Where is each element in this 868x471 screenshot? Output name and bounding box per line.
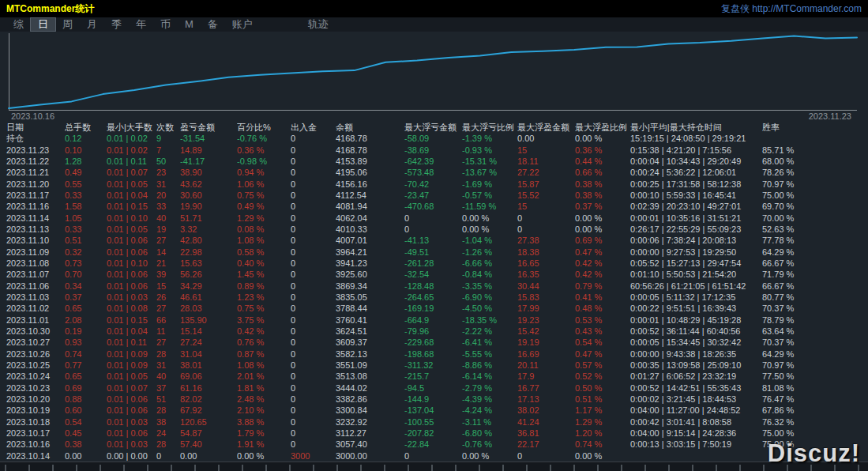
table-row[interactable]: 2023.11.100.510.01 | 0.062742.801.08 %04… [0,235,868,246]
table-row[interactable]: 2023.11.080.730.01 | 0.102115.630.40 %03… [0,258,868,269]
table-row[interactable]: 2023.10.190.600.01 | 0.062867.922.10 %03… [0,405,868,416]
cell-lot-range: 0.01 | 0.06 [107,428,156,438]
cell-date: 2023.11.16 [6,202,65,211]
cell-pct: 0.36 % [237,145,291,155]
table-row[interactable]: 2023.11.161.580.01 | 0.153319.900.49 %04… [0,201,868,212]
cell-hold-times: 0:00:22 | 9:51:51 | 16:39:43 [630,303,758,313]
table-row[interactable]: 2023.11.200.550.01 | 0.053143.621.06 %04… [0,179,868,190]
table-row[interactable]: 2023.11.141.050.01 | 0.104051.711.29 %04… [0,213,868,224]
col-header-4[interactable]: 次数 [156,122,180,134]
menu-item-8[interactable]: M [178,18,201,31]
cell-pnl: 19.90 [180,202,237,211]
cell-lot-range: 0.01 | 0.06 [107,236,156,245]
table-row[interactable]: 2023.11.221.280.01 | 0.1150-41.17-0.98 %… [0,156,868,167]
cell-balance: 4168.78 [336,134,404,143]
cell-max-float-profit: 0 [517,451,575,461]
equity-curve [0,32,868,111]
table-row[interactable]: 2023.10.250.770.01 | 0.093138.011.08 %03… [0,360,868,371]
cell-pnl: 54.87 [180,428,237,438]
cell-hold-times: 0:00:00 | 9:27:53 | 19:29:50 [630,247,758,257]
cell-balance: 4010.33 [336,224,404,234]
table-row[interactable]: 2023.11.012.080.01 | 0.1566135.903.75 %0… [0,315,868,326]
table-row[interactable]: 2023.11.060.340.01 | 0.061534.290.89 %03… [0,281,868,292]
cell-max-float-profit-pct: 0.00 % [575,224,630,234]
menu-item-4[interactable]: 月 [80,18,104,31]
cell-lot-range: 0.01 | 0.02 [107,145,156,155]
menu-item-6[interactable]: 年 [129,18,153,31]
table-row[interactable]: 2023.10.140.000.00 | 0.0000.000.00 %3000… [0,450,868,462]
col-header-6[interactable]: 百分比% [237,122,291,134]
col-header-5[interactable]: 盈亏金额 [180,122,237,134]
cell-max-float-loss-pct: -1.26 % [462,247,517,257]
menu-item-1[interactable]: 综 [6,18,31,31]
cell-date: 2023.11.06 [6,281,65,291]
table-row[interactable]: 2023.11.210.490.01 | 0.072338.900.94 %04… [0,167,868,178]
col-header-12[interactable]: 最大浮盈比例 [575,122,630,134]
cell-pct: 1.81 % [237,383,291,393]
cell-max-float-profit-pct: 0.50 % [575,383,630,393]
cell-hold-times: 0:00:13 | 3:03:15 | 7:50:19 [630,439,758,449]
cell-max-float-loss-pct: -18.35 % [462,315,517,325]
table-row[interactable]: 2023.11.170.330.01 | 0.042030.600.75 %04… [0,190,868,201]
title-bar: MTCommander统计 复盘侠 http://MTCommander.com [0,0,868,17]
table-row[interactable]: 2023.10.240.650.01 | 0.054069.062.01 %03… [0,371,868,382]
cell-max-float-loss: -198.68 [404,349,462,359]
col-header-14[interactable]: 胜率 [758,122,868,134]
table-row[interactable]: 2023.10.230.690.01 | 0.073761.161.81 %03… [0,382,868,394]
cell-lots: 0.10 [65,145,107,155]
cell-max-float-loss: -470.68 [404,202,462,211]
col-header-7[interactable]: 出入金 [291,122,336,134]
cell-max-float-loss-pct: -1.39 % [462,134,517,143]
table-row[interactable]: 2023.10.170.450.01 | 0.062454.871.79 %03… [0,428,868,439]
col-header-8[interactable]: 余额 [336,122,404,134]
col-header-1[interactable]: 日期 [6,122,65,134]
col-header-10[interactable]: 最大浮亏比例 [462,122,517,134]
cell-win-rate: 52.63 % [758,224,868,234]
menu-item-2[interactable]: 日 [31,18,55,31]
col-header-2[interactable]: 总手数 [65,122,107,134]
table-row[interactable]: 2023.11.130.330.01 | 0.05193.320.08 %040… [0,224,868,235]
cell-lots: 0.00 [65,451,107,461]
table-row[interactable]: 2023.11.090.320.01 | 0.061422.980.58 %03… [0,247,868,258]
table-row[interactable]: 2023.10.270.930.01 | 0.112727.240.76 %03… [0,337,868,348]
menu-item-trail[interactable]: 轨迹 [301,18,336,31]
menu-item-7[interactable]: 币 [153,18,178,31]
table-row[interactable]: 2023.11.230.100.01 | 0.02714.890.36 %041… [0,145,868,156]
table-row[interactable]: 2023.10.260.740.01 | 0.092831.040.87 %03… [0,349,868,360]
brand-link[interactable]: 复盘侠 http://MTCommander.com [721,2,862,16]
menu-item-3[interactable]: 周 [55,18,80,31]
table-body: 持仓0.120.01 | 0.029-31.54-0.76 %04168.78-… [0,133,868,471]
cell-balance: 3382.86 [336,394,404,404]
col-header-9[interactable]: 最大浮亏金额 [404,122,462,134]
bottom-ruler[interactable] [0,462,868,471]
cell-max-float-profit: 22.17 [517,439,575,449]
table-row[interactable]: 2023.11.020.650.01 | 0.082728.030.75 %03… [0,303,868,314]
table-row[interactable]: 2023.10.300.190.01 | 0.041115.140.42 %03… [0,326,868,337]
cell-balance: 3232.92 [336,417,404,427]
cell-count: 27 [156,303,180,313]
cell-balance: 3609.37 [336,337,404,347]
cell-balance: 3444.02 [336,383,404,393]
col-header-3[interactable]: 最小|大手数 [107,122,156,134]
col-header-11[interactable]: 最大浮盈金额 [517,122,575,134]
table-row[interactable]: 2023.10.160.380.01 | 0.032857.401.91 %03… [0,439,868,450]
menu-item-5[interactable]: 季 [104,18,129,31]
table-row[interactable]: 持仓0.120.01 | 0.029-31.54-0.76 %04168.78-… [0,133,868,144]
cell-lot-range: 0.01 | 0.04 [107,190,156,200]
cell-win-rate: 76.47 % [758,394,868,404]
table-row[interactable]: 2023.11.070.700.01 | 0.063956.261.45 %03… [0,269,868,280]
menu-item-9[interactable]: 备 [201,18,225,31]
cell-hold-times: 0:00:42 | 3:01:41 | 8:08:58 [630,417,758,427]
cell-lot-range: 0.01 | 0.06 [107,247,156,257]
cell-max-float-profit-pct: 0.51 % [575,394,630,404]
table-row[interactable]: 2023.11.030.370.01 | 0.032646.611.23 %03… [0,292,868,303]
cell-max-float-profit: 0 [517,213,575,223]
cell-max-float-loss-pct: -3.35 % [462,281,517,291]
table-row[interactable]: 2023.10.200.880.01 | 0.065182.022.48 %03… [0,394,868,405]
col-header-13[interactable]: 最小|平均|最大持仓时间 [630,122,758,134]
table-row[interactable]: 2023.10.180.540.01 | 0.0338120.653.88 %0… [0,416,868,428]
chart-end-date-label: 2023.11.23 [809,111,851,121]
cell-max-float-loss: -264.65 [404,292,462,302]
menu-item-10[interactable]: 账户 [225,18,260,31]
cell-cash-flow: 0 [291,281,336,291]
